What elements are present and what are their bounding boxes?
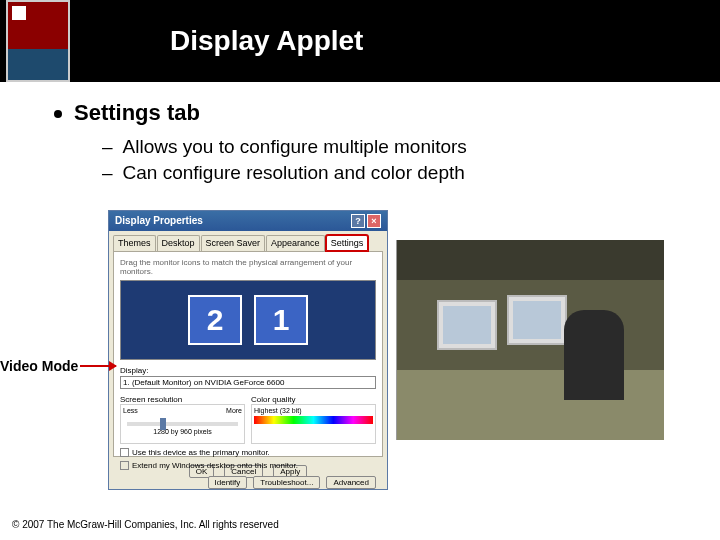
display-dropdown[interactable]: 1. (Default Monitor) on NVIDIA GeForce 6… xyxy=(120,376,376,389)
display-label: Display: xyxy=(120,366,148,375)
video-mode-callout: Video Mode xyxy=(0,358,116,374)
resolution-label: Screen resolution xyxy=(120,395,245,404)
video-mode-label: Video Mode xyxy=(0,358,78,374)
res-more: More xyxy=(226,407,242,414)
arrow-icon xyxy=(80,365,116,367)
tab-themes[interactable]: Themes xyxy=(113,235,156,251)
copyright-footer: © 2007 The McGraw-Hill Companies, Inc. A… xyxy=(12,519,279,530)
close-icon[interactable]: × xyxy=(367,214,381,228)
dual-monitor-photo xyxy=(396,240,664,440)
tab-strip: Themes Desktop Screen Saver Appearance S… xyxy=(109,231,387,251)
header: Display Applet xyxy=(0,0,720,82)
dialog-title-text: Display Properties xyxy=(115,211,203,231)
display-properties-dialog: Display Properties ? × Themes Desktop Sc… xyxy=(108,210,388,490)
advanced-button[interactable]: Advanced xyxy=(326,476,376,489)
bullet-level2-b: –Can configure resolution and color dept… xyxy=(102,160,684,186)
color-spectrum xyxy=(254,416,373,424)
book-thumbnail xyxy=(6,0,70,82)
extend-checkbox[interactable] xyxy=(120,461,129,470)
bullet-l1-text: Settings tab xyxy=(74,100,200,125)
figure-area: Display Properties ? × Themes Desktop Sc… xyxy=(0,210,720,500)
dialog-titlebar: Display Properties ? × xyxy=(109,211,387,231)
monitor-arrangement[interactable]: 2 1 xyxy=(120,280,376,360)
extend-label: Extend my Windows desktop onto this moni… xyxy=(132,461,298,470)
tab-panel-settings: Drag the monitor icons to match the phys… xyxy=(113,251,383,457)
color-group: Color quality Highest (32 bit) xyxy=(251,395,376,444)
tab-screensaver[interactable]: Screen Saver xyxy=(201,235,266,251)
troubleshoot-button[interactable]: Troubleshoot... xyxy=(253,476,320,489)
monitor-1[interactable]: 1 xyxy=(254,295,308,345)
drag-hint: Drag the monitor icons to match the phys… xyxy=(120,258,376,276)
res-less: Less xyxy=(123,407,138,414)
primary-checkbox[interactable] xyxy=(120,448,129,457)
primary-label: Use this device as the primary monitor. xyxy=(132,448,270,457)
monitor-2[interactable]: 2 xyxy=(188,295,242,345)
tab-desktop[interactable]: Desktop xyxy=(157,235,200,251)
bullet-l2b-text: Can configure resolution and color depth xyxy=(123,162,465,183)
bullet-level1: Settings tab xyxy=(54,100,684,126)
display-selector: Display: 1. (Default Monitor) on NVIDIA … xyxy=(120,366,376,389)
content-area: Settings tab –Allows you to configure mu… xyxy=(0,82,720,185)
help-icon[interactable]: ? xyxy=(351,214,365,228)
bullet-level2-a: –Allows you to configure multiple monito… xyxy=(102,134,684,160)
resolution-group: Screen resolution Less More 1280 by 960 … xyxy=(120,395,245,444)
tab-settings[interactable]: Settings xyxy=(326,235,369,251)
bullet-l2a-text: Allows you to configure multiple monitor… xyxy=(123,136,467,157)
resolution-value: 1280 by 960 pixels xyxy=(123,428,242,435)
identify-button[interactable]: Identify xyxy=(208,476,248,489)
tab-appearance[interactable]: Appearance xyxy=(266,235,325,251)
resolution-slider[interactable] xyxy=(127,422,238,426)
slide-title: Display Applet xyxy=(170,25,363,57)
color-label: Color quality xyxy=(251,395,376,404)
color-dropdown[interactable]: Highest (32 bit) xyxy=(254,407,373,414)
